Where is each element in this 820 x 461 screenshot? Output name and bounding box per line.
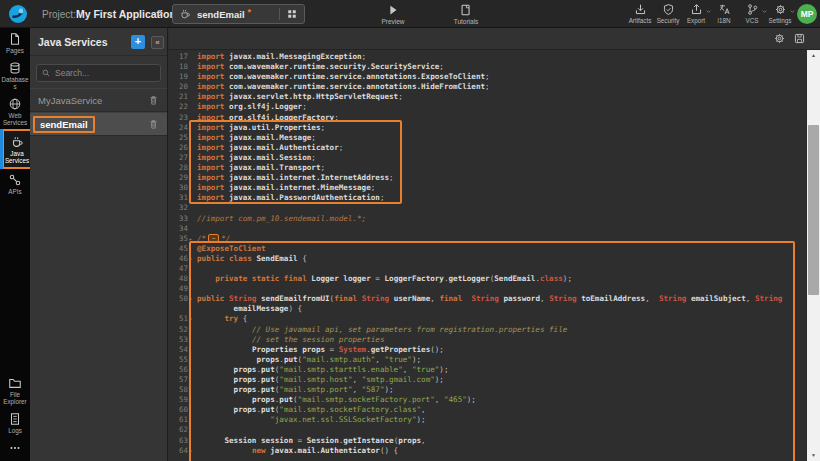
sidebar-item-more[interactable] (0, 437, 30, 461)
code-line[interactable]: 26import javax.mail.Authenticator; (169, 143, 820, 153)
line-number: 30 (169, 183, 188, 193)
code-line[interactable]: 49 (169, 284, 820, 294)
code-line[interactable]: 32 (169, 203, 820, 213)
code-line[interactable]: 22import org.slf4j.Logger; (169, 102, 820, 112)
code-line[interactable]: 27import javax.mail.Session; (169, 153, 820, 163)
code-line[interactable]: 23import org.slf4j.LoggerFactory; (169, 113, 820, 123)
code-line[interactable]: 57 props.put("mail.smtp.host", "smtp.gma… (169, 375, 820, 385)
topbar-export-button[interactable]: Export (682, 2, 710, 24)
code-line[interactable]: 51▾ try { (169, 314, 820, 324)
service-item-sendemail[interactable]: sendEmail (30, 112, 167, 136)
line-number: 51 (169, 314, 188, 324)
code-line[interactable]: 61 "javax.net.ssl.SSLSocketFactory"); (169, 415, 820, 425)
code-line[interactable]: 62 (169, 425, 820, 435)
line-number: 26 (169, 143, 188, 153)
fold-marker[interactable]: ▸ (189, 234, 196, 244)
preview-button[interactable]: Preview (374, 2, 412, 25)
tutorials-button[interactable]: Tutorials (444, 2, 488, 25)
search-input[interactable] (55, 65, 155, 81)
sidebar-item-pages[interactable]: Pages (0, 28, 30, 57)
code-line[interactable]: 60 props.put("mail.smtp.socketFactory.cl… (169, 405, 820, 415)
grid-icon[interactable] (286, 8, 298, 20)
line-number: 60 (169, 405, 188, 415)
code-line[interactable]: 28import javax.mail.Transport; (169, 163, 820, 173)
topbar-vcs-button[interactable]: VCS (738, 2, 766, 24)
code-line[interactable]: 34 (169, 224, 820, 234)
topbar-settings-button[interactable]: Settings (766, 2, 794, 24)
code-line[interactable]: 19import com.wavemaker.runtime.service.a… (169, 72, 820, 82)
project-breadcrumb: Project:My First Application (42, 0, 176, 28)
fold-marker[interactable]: ▾ (189, 314, 196, 324)
code-line[interactable]: emailMessage) { (169, 304, 820, 314)
code-line[interactable]: 17import javax.mail.MessagingException; (169, 52, 820, 62)
sidebar-item-apis[interactable]: APIs (0, 169, 30, 198)
topbar-item-label: Security (654, 17, 682, 24)
code-line[interactable]: 64▾ new javax.mail.Authenticator() { (169, 446, 820, 456)
wavemaker-logo-icon[interactable] (8, 4, 28, 24)
line-number: 21 (169, 92, 188, 102)
code-line[interactable]: 54 Properties props = System.getProperti… (169, 345, 820, 355)
code-line[interactable]: 31import javax.mail.PasswordAuthenticati… (169, 193, 820, 203)
topbar-item-label: VCS (738, 17, 766, 24)
code-line[interactable]: 33//import com.pm_10.sendemail.model.*; (169, 214, 820, 224)
code-line[interactable]: 58 props.put("mail.smtp.port", "587"); (169, 385, 820, 395)
line-number: 29 (169, 173, 188, 183)
service-list: MyJavaServicesendEmail (30, 88, 167, 136)
sidebar-item-logs[interactable]: Logs (0, 408, 30, 437)
code-line[interactable]: 52 // Use javamail api, set parameters f… (169, 325, 820, 335)
code-line[interactable]: 20import com.wavemaker.runtime.service.a… (169, 82, 820, 92)
collapse-panel-button[interactable]: « (151, 36, 164, 49)
code-line[interactable]: 48 private static final Logger logger = … (169, 274, 820, 284)
service-item-myjavaservice[interactable]: MyJavaService (30, 88, 167, 112)
editor-settings-gear-icon[interactable] (773, 32, 786, 45)
delete-service-icon[interactable] (148, 118, 159, 130)
avatar[interactable]: MP (797, 4, 817, 24)
code-area[interactable]: 17import javax.mail.MessagingException;1… (169, 50, 820, 461)
download-icon (634, 3, 647, 16)
top-bar: Project:My First Application › sendEmail… (0, 0, 820, 28)
code-line[interactable]: 63 Session session = Session.getInstance… (169, 436, 820, 446)
topbar-i18n-button[interactable]: i18N (710, 2, 738, 24)
line-number: 49 (169, 284, 188, 294)
sidebar-item-databases[interactable]: Databases (0, 57, 30, 93)
topbar-security-button[interactable]: Security (654, 2, 682, 24)
line-number: 46 (169, 254, 188, 264)
line-number: 23 (169, 113, 188, 123)
code-line[interactable]: 35▸/*⋯*/ (169, 234, 820, 244)
fold-marker[interactable]: ▾ (189, 254, 196, 264)
code-line[interactable]: 47 (169, 264, 820, 274)
code-line[interactable]: 24import java.util.Properties; (169, 123, 820, 133)
tab-divider (279, 8, 280, 20)
add-service-button[interactable]: + (131, 35, 145, 49)
scrollbar-thumb[interactable] (808, 125, 819, 295)
code-line[interactable]: 56 props.put("mail.smtp.starttls.enable"… (169, 365, 820, 375)
sidebar-item-java-services[interactable]: Java Services (2, 129, 32, 169)
save-file-icon[interactable] (793, 32, 806, 45)
line-number: 48 (169, 274, 188, 284)
line-number: 47 (169, 264, 188, 274)
code-line[interactable]: 50▾public String sendEmailfromUI(final S… (169, 294, 820, 304)
tab-sendemail[interactable]: sendEmail * (172, 4, 305, 24)
scroll-up-button[interactable]: ▲ (807, 50, 820, 61)
fold-marker[interactable]: ▾ (189, 446, 196, 456)
code-line[interactable]: 59 props.put("mail.smtp.socketFactory.po… (169, 395, 820, 405)
sidebar-item-web-services[interactable]: Web Services (0, 93, 30, 129)
code-line[interactable]: 21import javax.servlet.http.HttpServletR… (169, 92, 820, 102)
collapsed-comment-badge[interactable]: ⋯ (208, 234, 219, 242)
unsaved-marker: * (248, 7, 252, 17)
fold-marker[interactable]: ▾ (189, 294, 196, 304)
code-line[interactable]: 30import javax.mail.internet.MimeMessage… (169, 183, 820, 193)
scroll-down-button[interactable]: ▼ (807, 450, 820, 461)
delete-service-icon[interactable] (148, 94, 159, 106)
code-line[interactable]: 29import javax.mail.internet.InternetAdd… (169, 173, 820, 183)
topbar-artifacts-button[interactable]: Artifacts (626, 2, 654, 24)
code-line[interactable]: 46▾public class SendEmail { (169, 254, 820, 264)
vertical-scrollbar[interactable]: ▲ ▼ (807, 50, 820, 461)
code-line[interactable]: 25import javax.mail.Message; (169, 133, 820, 143)
code-line[interactable]: 53 // set the session properties (169, 335, 820, 345)
sidebar-item-file-explorer[interactable]: File Explorer (0, 372, 30, 408)
code-line[interactable]: 18import com.wavemaker.runtime.security.… (169, 62, 820, 72)
code-line[interactable]: 45@ExposeToClient (169, 244, 820, 254)
code-lines: 17import javax.mail.MessagingException;1… (169, 52, 820, 456)
code-line[interactable]: 55 props.put("mail.smtp.auth", "true"); (169, 355, 820, 365)
